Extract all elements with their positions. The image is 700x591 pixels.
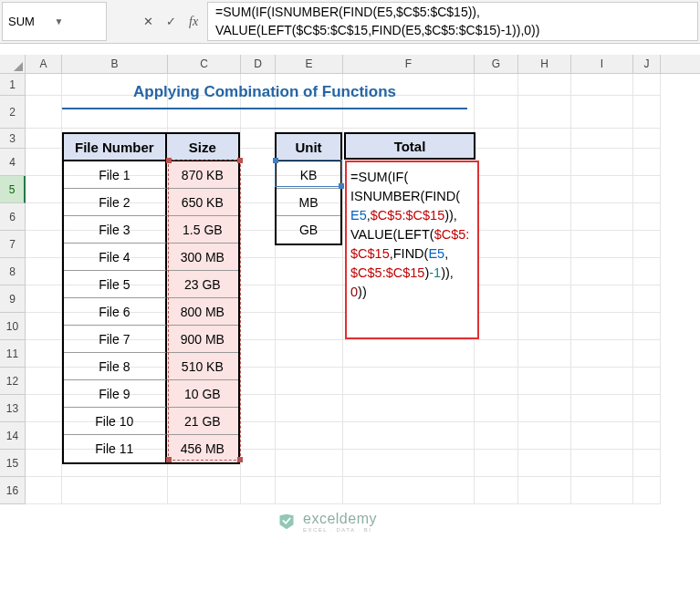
cell[interactable] [241,129,276,149]
row-header[interactable]: 8 [0,258,26,285]
cell[interactable] [518,313,571,340]
row-header[interactable]: 14 [0,422,26,450]
file-number-cell[interactable]: File 11 [64,435,167,462]
row-header[interactable]: 2 [0,96,26,129]
cell[interactable] [475,74,518,96]
col-header[interactable]: I [571,55,633,73]
cell[interactable] [571,231,633,258]
cell[interactable] [571,477,633,504]
cell[interactable] [475,368,518,395]
cell[interactable] [343,422,475,450]
cell[interactable] [343,450,475,477]
file-number-cell[interactable]: File 3 [64,216,167,244]
row-header[interactable]: 16 [0,477,26,504]
cell[interactable] [475,422,518,450]
col-header[interactable]: B [62,55,168,73]
col-header[interactable]: J [633,55,661,73]
chevron-down-icon[interactable]: ▼ [55,16,101,26]
file-number-cell[interactable]: File 8 [64,353,167,380]
cell[interactable] [518,74,571,96]
col-header[interactable]: G [475,55,518,73]
cell[interactable] [571,395,633,422]
formula-edit-overlay[interactable]: =SUM(IF( ISNUMBER(FIND( E5,$C$5:$C$15)),… [345,161,479,339]
file-number-cell[interactable]: File 6 [64,298,167,326]
col-header[interactable]: H [518,55,571,73]
cell[interactable] [571,450,633,477]
cell[interactable] [633,96,661,129]
cell[interactable] [518,285,571,313]
cell[interactable] [62,477,168,504]
cell[interactable] [633,450,661,477]
cell[interactable] [518,203,571,231]
size-cell[interactable]: 21 GB [167,408,238,435]
cell[interactable] [276,340,343,368]
size-cell[interactable]: 23 GB [167,271,238,298]
cell[interactable] [241,422,276,450]
file-number-cell[interactable]: File 2 [64,189,167,216]
cell[interactable] [475,129,518,149]
cell[interactable] [633,285,661,313]
cell[interactable] [241,450,276,477]
cell[interactable] [241,340,276,368]
cell[interactable] [518,450,571,477]
cell[interactable] [26,340,62,368]
col-header[interactable]: C [168,55,241,73]
cell[interactable] [633,395,661,422]
cell[interactable] [276,313,343,340]
cell[interactable] [633,149,661,176]
size-cell[interactable]: 300 MB [167,244,238,271]
cell[interactable] [518,149,571,176]
cell[interactable] [571,74,633,96]
row-header[interactable]: 13 [0,395,26,422]
cell[interactable] [26,96,62,129]
cell[interactable] [571,176,633,203]
cell[interactable] [633,74,661,96]
row-header[interactable]: 6 [0,203,26,231]
cell[interactable] [241,477,276,504]
cell[interactable] [518,129,571,149]
cell[interactable] [571,149,633,176]
col-header[interactable]: D [241,55,276,73]
cell[interactable] [26,231,62,258]
cell[interactable] [518,258,571,285]
row-header[interactable]: 7 [0,231,26,258]
unit-cell[interactable]: GB [277,216,340,244]
cell[interactable] [26,422,62,450]
cell[interactable] [276,395,343,422]
file-number-cell[interactable]: File 5 [64,271,167,298]
cell[interactable] [168,477,241,504]
cell[interactable] [633,176,661,203]
cell[interactable] [633,258,661,285]
unit-cell[interactable]: KB [277,161,340,189]
cell[interactable] [518,176,571,203]
cell[interactable] [26,395,62,422]
cancel-icon[interactable]: ✕ [143,15,153,28]
cell[interactable] [26,477,62,504]
cell[interactable] [633,340,661,368]
file-number-cell[interactable]: File 7 [64,326,167,353]
cell[interactable] [518,368,571,395]
row-header[interactable]: 4 [0,149,26,176]
cell[interactable] [475,313,518,340]
cell[interactable] [571,368,633,395]
cell[interactable] [571,422,633,450]
cell[interactable] [475,340,518,368]
unit-cell[interactable]: MB [277,189,340,216]
row-header[interactable]: 12 [0,368,26,395]
cell[interactable] [26,129,62,149]
file-number-cell[interactable]: File 4 [64,244,167,271]
col-header[interactable]: E [276,55,343,73]
file-number-cell[interactable]: File 9 [64,380,167,408]
file-number-cell[interactable]: File 1 [64,161,167,189]
cell[interactable] [26,149,62,176]
cell[interactable] [633,477,661,504]
size-cell[interactable]: 10 GB [167,380,238,408]
select-all-triangle[interactable] [0,55,26,73]
size-cell[interactable]: 510 KB [167,353,238,380]
cell[interactable] [571,313,633,340]
cell[interactable] [26,450,62,477]
size-cell[interactable]: 650 KB [167,189,238,216]
cell[interactable] [26,74,62,96]
size-cell[interactable]: 870 KB [167,161,238,189]
cell[interactable] [343,340,475,368]
